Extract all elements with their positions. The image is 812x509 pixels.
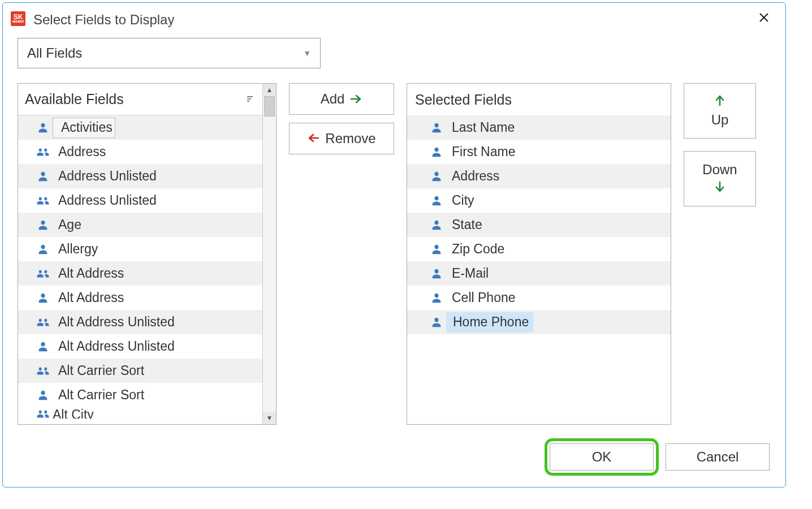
person-icon bbox=[36, 170, 50, 183]
move-down-label: Down bbox=[702, 162, 737, 178]
list-item-label: Zip Code bbox=[446, 241, 504, 256]
list-item-partial[interactable]: Alt City bbox=[18, 407, 262, 419]
list-item-label: Home Phone bbox=[447, 314, 529, 330]
move-up-button[interactable]: Up bbox=[684, 83, 756, 139]
list-item-label: Address bbox=[53, 144, 106, 159]
list-item[interactable]: Home Phone bbox=[407, 310, 671, 334]
sort-ascending-icon[interactable] bbox=[247, 95, 254, 104]
cancel-button[interactable]: Cancel bbox=[666, 443, 770, 471]
cancel-button-label: Cancel bbox=[697, 449, 739, 465]
list-item-label: Alt Carrier Sort bbox=[53, 387, 144, 402]
list-item-label: Age bbox=[53, 217, 81, 232]
group-icon bbox=[36, 194, 50, 208]
move-down-button[interactable]: Down bbox=[684, 151, 756, 206]
list-item[interactable]: Alt Address bbox=[18, 286, 262, 310]
available-fields-listbox: Available Fields ActivitiesAddressAddres… bbox=[18, 83, 277, 425]
list-item[interactable]: Age bbox=[18, 213, 262, 237]
list-item[interactable]: Address Unlisted bbox=[18, 188, 262, 213]
list-item-label: Address Unlisted bbox=[53, 193, 157, 208]
scroll-up-button[interactable]: ▲ bbox=[263, 84, 276, 96]
add-button-label: Add bbox=[321, 91, 345, 107]
available-fields-header[interactable]: Available Fields bbox=[18, 84, 262, 115]
person-icon bbox=[430, 218, 443, 232]
list-item-label: Alt Address bbox=[53, 290, 124, 305]
group-icon bbox=[36, 267, 50, 281]
person-icon bbox=[430, 121, 443, 135]
list-item-label: Last Name bbox=[446, 120, 515, 135]
list-item[interactable]: Alt Address Unlisted bbox=[18, 334, 262, 359]
app-logo-icon: SKMEMBER bbox=[11, 11, 25, 26]
person-icon bbox=[36, 243, 50, 256]
person-icon bbox=[430, 291, 443, 305]
close-button[interactable] bbox=[753, 10, 775, 27]
remove-button[interactable]: Remove bbox=[289, 123, 394, 154]
person-icon bbox=[36, 389, 50, 402]
remove-button-label: Remove bbox=[325, 131, 375, 146]
caret-down-icon: ▼ bbox=[303, 49, 311, 58]
ok-button-highlight: OK bbox=[545, 438, 659, 476]
list-item[interactable]: Allergy bbox=[18, 237, 262, 261]
list-item[interactable]: Alt Address bbox=[18, 261, 262, 286]
group-icon bbox=[36, 364, 50, 378]
ok-button[interactable]: OK bbox=[550, 443, 654, 471]
list-item-label: City bbox=[446, 193, 474, 208]
arrow-right-icon bbox=[350, 92, 362, 106]
list-item-label: Address Unlisted bbox=[53, 169, 157, 183]
person-icon bbox=[36, 291, 50, 305]
field-filter-value: All Fields bbox=[27, 45, 303, 61]
list-item-label: Alt Carrier Sort bbox=[53, 363, 144, 378]
list-item-label: Activities bbox=[55, 120, 113, 135]
list-item[interactable]: E-Mail bbox=[407, 261, 671, 286]
person-icon bbox=[36, 340, 50, 353]
list-item[interactable]: Alt Address Unlisted bbox=[18, 310, 262, 334]
list-item-label: Cell Phone bbox=[446, 290, 516, 305]
list-item[interactable]: State bbox=[407, 213, 671, 237]
list-item-label: E-Mail bbox=[446, 266, 489, 281]
arrow-up-icon bbox=[715, 94, 725, 109]
list-item[interactable]: Zip Code bbox=[407, 237, 671, 261]
person-icon bbox=[430, 316, 443, 329]
list-item[interactable]: Address bbox=[407, 164, 671, 188]
scrollbar[interactable]: ▲ ▼ bbox=[262, 84, 276, 424]
list-item-label: Alt City bbox=[53, 407, 94, 419]
person-icon bbox=[36, 218, 50, 232]
list-item-label: Alt Address bbox=[53, 266, 124, 281]
arrow-left-icon bbox=[307, 131, 319, 146]
dialog-title: Select Fields to Display bbox=[33, 8, 753, 28]
person-icon bbox=[430, 267, 443, 281]
group-icon bbox=[36, 316, 50, 329]
list-item[interactable]: Alt Carrier Sort bbox=[18, 359, 262, 383]
selected-fields-listbox: Selected Fields Last NameFirst NameAddre… bbox=[407, 83, 671, 425]
list-item-label: State bbox=[446, 217, 482, 232]
field-filter-select[interactable]: All Fields ▼ bbox=[18, 38, 321, 68]
list-item-label: Alt Address Unlisted bbox=[53, 314, 175, 329]
list-item[interactable]: City bbox=[407, 188, 671, 213]
list-item[interactable]: Address Unlisted bbox=[18, 164, 262, 188]
person-icon bbox=[36, 121, 50, 135]
ok-button-label: OK bbox=[592, 449, 612, 465]
list-item-label: First Name bbox=[446, 144, 515, 159]
add-button[interactable]: Add bbox=[289, 83, 394, 115]
list-item-label: Allergy bbox=[53, 241, 98, 256]
select-fields-dialog: SKMEMBER Select Fields to Display All Fi… bbox=[2, 2, 786, 488]
dialog-footer: OK Cancel bbox=[545, 438, 770, 476]
person-icon bbox=[430, 194, 443, 208]
move-up-label: Up bbox=[711, 112, 729, 128]
scroll-down-button[interactable]: ▼ bbox=[263, 412, 276, 424]
list-item[interactable]: Cell Phone bbox=[407, 286, 671, 310]
list-item[interactable]: First Name bbox=[407, 140, 671, 164]
selected-fields-header[interactable]: Selected Fields bbox=[407, 84, 671, 115]
list-item-label: Address bbox=[446, 169, 499, 183]
scroll-track[interactable] bbox=[263, 96, 276, 412]
person-icon bbox=[430, 170, 443, 183]
title-bar: SKMEMBER Select Fields to Display bbox=[3, 3, 785, 30]
list-item[interactable]: Last Name bbox=[407, 115, 671, 140]
list-item[interactable]: Alt Carrier Sort bbox=[18, 383, 262, 407]
list-item[interactable]: Address bbox=[18, 140, 262, 164]
selected-fields-header-label: Selected Fields bbox=[415, 92, 512, 108]
scroll-thumb[interactable] bbox=[264, 96, 275, 117]
group-icon bbox=[36, 407, 50, 419]
group-icon bbox=[36, 145, 50, 159]
list-item[interactable]: Activities bbox=[18, 115, 262, 140]
person-icon bbox=[430, 243, 443, 256]
